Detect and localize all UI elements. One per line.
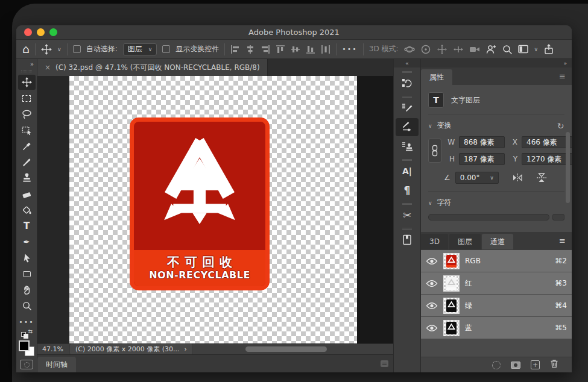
quick-mask-button[interactable] [20, 360, 33, 369]
tool-preset-chevron-icon[interactable]: ∨ [57, 46, 62, 52]
tools-grip[interactable] [21, 70, 32, 72]
document-canvas[interactable]: 不可回收 NON-RECYCLABLE [69, 76, 357, 343]
zoom-tool[interactable] [18, 298, 36, 313]
flip-horizontal-icon[interactable] [512, 173, 523, 183]
paragraph-panel-button[interactable]: ¶ [396, 181, 419, 199]
3d-pan-icon[interactable] [437, 44, 447, 55]
channel-row-green[interactable]: 绿 ⌘4 [421, 295, 572, 317]
properties-panel-menu-icon[interactable]: ≡ [559, 72, 566, 81]
align-right-edges-icon[interactable] [261, 45, 270, 54]
auto-select-dropdown[interactable]: 图层 ∨ [123, 43, 157, 55]
flip-vertical-icon[interactable] [536, 173, 547, 183]
default-colors-control[interactable]: ⇆ [21, 330, 32, 339]
rotation-input[interactable]: 0.00° ∨ [455, 172, 499, 184]
marquee-tool[interactable] [18, 91, 36, 106]
share-icon[interactable] [543, 44, 554, 55]
channel-row-red[interactable]: 红 ⌘3 [421, 272, 572, 295]
expand-tools-icon[interactable]: » [30, 61, 37, 69]
eraser-tool[interactable] [18, 187, 36, 202]
channel-row-rgb[interactable]: RGB ⌘2 [421, 250, 572, 272]
transform-section-header[interactable]: ∨ 变换 ↺ [428, 121, 564, 131]
width-input[interactable]: 868 像素 [459, 136, 505, 148]
3d-orbit-icon[interactable] [404, 44, 415, 55]
pen-tool[interactable]: ✒ [18, 234, 36, 249]
channel-row-blue[interactable]: 蓝 ⌘5 [421, 317, 572, 339]
auto-select-checkbox[interactable] [73, 45, 81, 53]
tool-presets-panel-button[interactable]: ✂ [396, 206, 419, 224]
properties-scrollbar[interactable] [566, 132, 570, 203]
font-style-bar[interactable] [552, 214, 564, 221]
minimize-window-button[interactable] [37, 28, 45, 36]
document-tab[interactable]: × (C) 32.psd @ 47.1% (不可回收 NON-RECYCLABL… [37, 59, 268, 76]
zoom-level[interactable]: 47.1% [42, 345, 63, 353]
shape-tool[interactable] [18, 266, 36, 281]
character-panel-button[interactable]: A| [396, 162, 419, 180]
tab-properties[interactable]: 属性 [421, 69, 452, 85]
brush-settings-panel-button[interactable] [396, 99, 419, 117]
more-tools-button[interactable]: ••• [18, 315, 36, 330]
type-tool[interactable]: T [18, 219, 36, 234]
object-selection-tool[interactable] [18, 123, 36, 138]
move-tool[interactable] [18, 75, 36, 90]
close-tab-icon[interactable]: × [45, 63, 51, 72]
channels-panel-menu-icon[interactable]: ≡ [559, 236, 566, 245]
tab-3d[interactable]: 3D [421, 234, 448, 249]
delete-channel-button[interactable] [550, 359, 558, 371]
hand-tool[interactable] [18, 283, 36, 298]
visibility-eye-icon[interactable] [426, 302, 438, 310]
workspace-chevron-icon[interactable]: ∨ [534, 46, 539, 52]
brushes-panel-button[interactable] [396, 118, 419, 136]
history-panel-button[interactable] [396, 74, 419, 92]
close-window-button[interactable] [24, 28, 32, 36]
visibility-eye-icon[interactable] [426, 324, 438, 332]
brush-tool[interactable] [18, 155, 36, 170]
3d-camera-icon[interactable] [469, 44, 480, 55]
y-input[interactable]: 1270 像素 [522, 153, 572, 165]
3d-slide-icon[interactable] [453, 44, 464, 55]
font-family-bar[interactable] [428, 214, 549, 221]
path-selection-tool[interactable] [18, 251, 36, 266]
libraries-panel-button[interactable] [396, 231, 419, 249]
tab-channels[interactable]: 通道 [482, 234, 513, 249]
zoom-window-button[interactable] [49, 28, 57, 36]
reset-transform-icon[interactable]: ↺ [557, 121, 564, 131]
dock-collapse-header[interactable]: « [394, 59, 420, 67]
move-tool-icon[interactable] [41, 44, 52, 55]
align-vertical-centers-icon[interactable] [291, 45, 300, 54]
align-top-edges-icon[interactable] [276, 45, 285, 54]
height-input[interactable]: 187 像素 [459, 153, 505, 165]
invite-people-icon[interactable] [485, 44, 496, 55]
visibility-eye-icon[interactable] [426, 257, 438, 265]
load-channel-as-selection-button[interactable] [492, 361, 501, 369]
font-selector[interactable] [428, 214, 564, 221]
align-left-edges-icon[interactable] [230, 45, 240, 54]
tab-layers[interactable]: 图层 [449, 234, 481, 249]
timeline-tab[interactable]: 时间轴 [37, 357, 76, 372]
timeline-menu-icon[interactable] [381, 360, 388, 367]
clone-source-panel-button[interactable] [396, 137, 419, 155]
save-selection-as-channel-button[interactable] [511, 362, 520, 369]
horizontal-scrollbar[interactable] [245, 346, 327, 352]
x-input[interactable]: 466 像素 [522, 136, 572, 148]
workspace-icon[interactable] [518, 44, 529, 55]
lasso-tool[interactable] [18, 107, 36, 122]
3d-roll-icon[interactable] [420, 44, 431, 55]
distribute-icon[interactable] [321, 45, 330, 54]
new-channel-button[interactable]: + [531, 360, 540, 369]
panels-collapse-header[interactable]: » [421, 59, 572, 67]
show-transform-controls-checkbox[interactable] [162, 45, 170, 53]
clone-stamp-tool[interactable] [18, 171, 36, 186]
swap-colors-icon[interactable]: ⇆ [28, 328, 33, 334]
align-bottom-edges-icon[interactable] [306, 45, 315, 54]
document-info[interactable]: (C) 2000 像素 x 2000 像素 (30... › [69, 343, 193, 355]
search-icon[interactable] [502, 44, 513, 55]
home-icon[interactable]: ⌂ [22, 43, 30, 55]
color-swatches[interactable] [19, 340, 34, 356]
align-horizontal-centers-icon[interactable] [245, 45, 255, 54]
character-section-header[interactable]: ∨ 字符 [428, 198, 564, 208]
eyedropper-tool[interactable] [18, 139, 36, 154]
foreground-color-swatch[interactable] [19, 340, 30, 351]
link-dimensions-button[interactable] [428, 139, 441, 163]
visibility-eye-icon[interactable] [426, 280, 438, 287]
more-options-button[interactable]: ••• [342, 45, 357, 53]
